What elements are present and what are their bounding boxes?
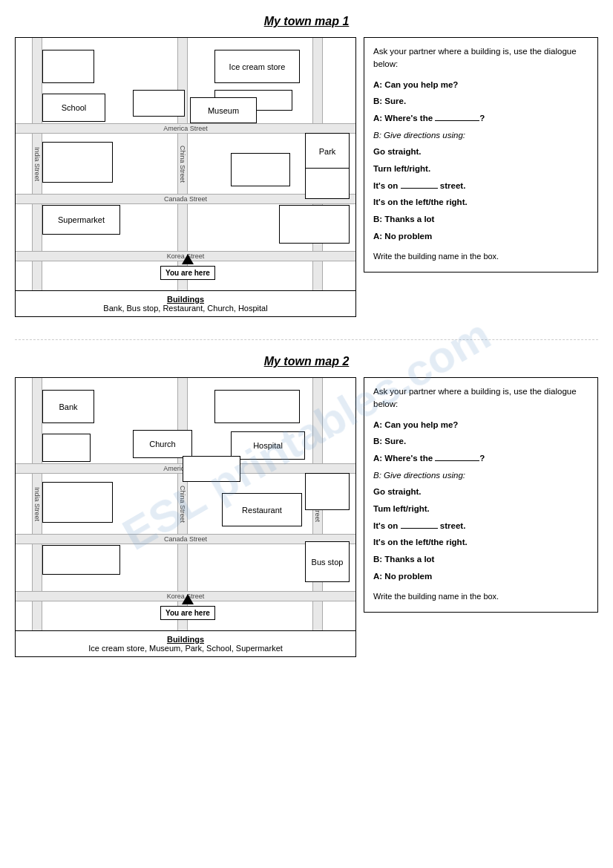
dialogue-line9-2: B: Thanks a lot — [373, 552, 589, 567]
building-empty-c5 — [42, 482, 113, 523]
buildings-label-1: Buildings — [167, 295, 204, 304]
dialogue-line4-1: B: Give directions using: — [373, 128, 589, 143]
building-supermarket: Supermarket — [42, 205, 120, 235]
map2-area: India Street China Street Brazil Street … — [15, 377, 356, 657]
dialogue-box-2: Ask your partner where a building is, us… — [364, 377, 598, 613]
section-map2: My town map 2 India Street China Street … — [15, 355, 598, 657]
dialogue-line5-2: Go straight. — [373, 484, 589, 500]
building-empty-1 — [42, 50, 94, 83]
building-museum: Museum — [190, 97, 257, 123]
building-empty-c4 — [305, 473, 350, 510]
dialogue-line1-1: A: Can you help me? — [373, 77, 589, 93]
buildings-list-2: Ice cream store, Museum, Park, School, S… — [88, 644, 283, 653]
dialogue-line3-2: A: Where's the ? — [373, 451, 589, 466]
building-ice-cream: Ice cream store — [214, 50, 300, 83]
map2-buildings-footer: Buildings Ice cream store, Museum, Park,… — [16, 630, 355, 656]
dialogue-line6-1: Turn left/right. — [373, 161, 589, 177]
dialogue-line4-2: B: Give directions using: — [373, 468, 589, 483]
dialogue-line2-2: B: Sure. — [373, 434, 589, 449]
map2-title: My town map 2 — [15, 355, 598, 368]
you-are-here-label-2: You are here — [160, 606, 215, 620]
building-church: Church — [133, 430, 192, 458]
you-are-here-2: You are here — [160, 594, 215, 620]
map2-grid: India Street China Street Brazil Street … — [16, 378, 355, 630]
arrow-up-icon-2 — [182, 594, 194, 604]
building-bank: Bank — [42, 390, 94, 423]
building-empty-c1 — [214, 390, 300, 423]
you-are-here-1: You are here — [160, 254, 215, 280]
section-map1: My town map 1 India Street China Street … — [15, 15, 598, 317]
dialogue-line7-2: It's on street. — [373, 518, 589, 534]
building-empty-4 — [42, 142, 113, 183]
dialogue-box-1: Ask your partner where a building is, us… — [364, 37, 598, 273]
section-divider — [15, 339, 598, 340]
building-empty-2 — [133, 90, 185, 117]
building-busstop: Bus stop — [305, 541, 350, 582]
building-school: School — [42, 94, 105, 122]
building-empty-c6 — [42, 545, 120, 575]
write-note-2: Write the building name in the box. — [373, 590, 589, 604]
dialogue-line8-2: It's on the left/the right. — [373, 535, 589, 550]
map1-content: India Street China Street Brazil Street … — [15, 37, 598, 317]
dialogue-line7-1: It's on street. — [373, 178, 589, 194]
map1-title: My town map 1 — [15, 15, 598, 28]
street-america-h1: America Street — [16, 123, 355, 134]
dialogue-line8-1: It's on the left/the right. — [373, 195, 589, 210]
dialogue-line2-1: B: Sure. — [373, 94, 589, 109]
map1-buildings-footer: Buildings Bank, Bus stop, Restaurant, Ch… — [16, 290, 355, 316]
map1-grid: India Street China Street Brazil Street … — [16, 38, 355, 290]
arrow-up-icon-1 — [182, 254, 194, 264]
building-hospital: Hospital — [231, 431, 305, 460]
building-empty-c2 — [42, 434, 91, 462]
map1-area: India Street China Street Brazil Street … — [15, 37, 356, 317]
dialogue-intro-1: Ask your partner where a building is, us… — [373, 45, 589, 71]
buildings-list-1: Bank, Bus stop, Restaurant, Church, Hosp… — [103, 304, 267, 313]
dialogue-line3-1: A: Where's the ? — [373, 111, 589, 126]
dialogue-line10-2: A: No problem — [373, 569, 589, 584]
you-are-here-label-1: You are here — [160, 266, 215, 280]
dialogue-intro-2: Ask your partner where a building is, us… — [373, 385, 589, 411]
write-note-1: Write the building name in the box. — [373, 249, 589, 264]
dialogue-line9-1: B: Thanks a lot — [373, 212, 589, 227]
buildings-label-2: Buildings — [167, 635, 204, 644]
building-park: Park — [305, 133, 350, 170]
building-empty-5 — [231, 153, 290, 186]
building-empty-7 — [279, 205, 350, 244]
building-empty-6 — [305, 168, 350, 199]
building-restaurant: Restaurant — [222, 493, 302, 526]
map2-content: India Street China Street Brazil Street … — [15, 377, 598, 657]
building-empty-c3 — [183, 456, 240, 482]
dialogue-line1-2: A: Can you help me? — [373, 417, 589, 433]
dialogue-line6-2: Tum left/right. — [373, 501, 589, 517]
dialogue-line10-1: A: No problem — [373, 229, 589, 244]
dialogue-line5-1: Go straight. — [373, 144, 589, 160]
